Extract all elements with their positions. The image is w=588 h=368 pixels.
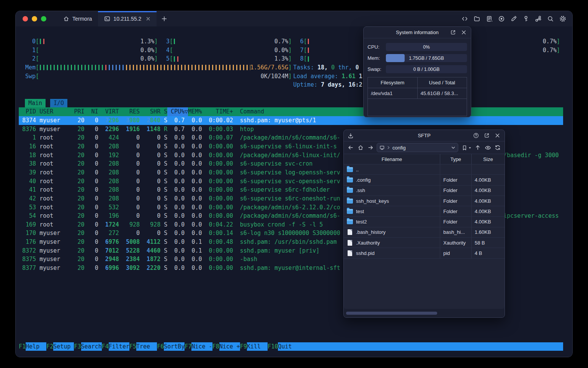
settings-icon[interactable] <box>559 15 566 22</box>
cpu-meter-2: 2[0.0%] <box>22 54 158 63</box>
app-window: Termora 10.211.55.2 0[1.3%]1[0.0% <box>15 11 573 357</box>
forward-icon[interactable] <box>367 144 374 151</box>
used-total-column-header[interactable]: Used / Total <box>418 77 467 88</box>
close-icon[interactable] <box>495 133 501 139</box>
uptime-line: Uptime: 7 days, 16:2 <box>293 80 363 89</box>
home-icon[interactable] <box>357 144 364 151</box>
record-icon[interactable] <box>498 15 505 22</box>
type-column-header[interactable]: Type <box>440 154 472 164</box>
file-icon <box>348 240 352 246</box>
show-hidden-files-icon[interactable] <box>484 144 492 151</box>
fkey-sortby[interactable]: F6SortBy <box>157 342 185 351</box>
fkey-filter[interactable]: F4Filter <box>102 342 129 351</box>
file-row[interactable]: sshd.pidpid4 B <box>344 248 505 258</box>
fkey-setup[interactable]: F2Setup <box>46 342 74 351</box>
chevron-down-icon[interactable] <box>451 145 456 150</box>
tab-session[interactable]: 10.211.55.2 <box>98 11 157 26</box>
bookmark-icon[interactable] <box>461 144 468 151</box>
refresh-icon[interactable] <box>494 144 501 151</box>
help-icon[interactable] <box>473 133 479 139</box>
folder-icon <box>347 199 353 204</box>
file-row[interactable]: ssh_host_keysFolder4.00KB <box>344 196 505 206</box>
keychain-icon[interactable] <box>535 15 542 22</box>
titlebar-actions <box>461 11 572 26</box>
caret-down-icon[interactable] <box>468 146 472 150</box>
search-icon[interactable] <box>547 15 554 22</box>
home-icon <box>63 16 69 22</box>
home-tab-label: Termora <box>72 16 92 22</box>
cpu-usage-row: CPU: 0% <box>368 41 467 53</box>
folder-icon <box>347 209 353 214</box>
folder-icon <box>347 167 353 172</box>
breadcrumb-separator-icon <box>387 146 390 150</box>
cpu-usage-value: 0% <box>386 43 467 51</box>
bookmark-control[interactable] <box>461 144 472 151</box>
memory-meter: Mem[1.56G/7.65G] <box>22 63 292 72</box>
file-row[interactable]: testFolder4.00KB <box>344 206 505 217</box>
fkey-search[interactable]: F3Search <box>74 342 101 351</box>
close-icon[interactable] <box>461 30 467 36</box>
cpu-meter-4: 4[0.0%] <box>156 46 292 55</box>
swap-usage-bar: 0 B / 1.00GB <box>386 65 467 73</box>
cpu-meter-1: 1[0.0%] <box>22 46 158 55</box>
sftp-table-header: Filename Type Size <box>344 154 505 164</box>
process-row[interactable]: 8374myuser200729639802840S0.7 0.00:00.02… <box>19 116 563 125</box>
file-row[interactable]: .sshFolder4.00KB <box>344 186 505 196</box>
htop-tab-io[interactable]: I/O <box>50 99 67 107</box>
open-in-window-icon[interactable] <box>450 30 456 36</box>
edit-icon[interactable] <box>510 15 517 22</box>
size-column-header[interactable]: Size <box>472 154 505 164</box>
sort-column-cpu[interactable]: CPU%▽ <box>167 107 188 116</box>
cpu-meter-3: 3[0.7%] <box>156 37 292 46</box>
tab-home[interactable]: Termora <box>57 11 98 26</box>
close-window-button[interactable] <box>23 16 28 21</box>
key-icon[interactable] <box>523 15 529 22</box>
back-icon[interactable] <box>347 144 354 151</box>
swap-usage-value: 0 B / 1.00GB <box>386 65 467 73</box>
process-table-header[interactable]: PIDUSERPRINIVIRTRESSHRSCPU%▽MEM%TIME+Com… <box>19 107 563 116</box>
file-row[interactable]: .XauthorityXauthority58 B <box>344 238 505 248</box>
path-breadcrumb[interactable]: config <box>377 143 458 152</box>
notes-icon[interactable] <box>486 15 493 22</box>
session-tab-label: 10.211.55.2 <box>113 16 141 22</box>
horizontal-scrollbar <box>344 309 505 317</box>
fkey-help[interactable]: F1Help <box>19 342 46 351</box>
code-icon[interactable] <box>461 15 468 22</box>
file-row[interactable]: test2Folder4.00KB <box>344 217 505 227</box>
folder-icon <box>347 177 353 182</box>
scrollbar-thumb[interactable] <box>346 312 437 315</box>
minimize-window-button[interactable] <box>32 16 37 21</box>
htop-tab-main[interactable]: Main <box>25 99 46 107</box>
command-fragment: /basedir -g 3000 <box>503 151 559 160</box>
fkey-nice-[interactable]: F8Nice + <box>212 342 240 351</box>
swap-usage-row: Swap: 0 B / 1.00GB <box>368 64 467 75</box>
new-tab-button[interactable] <box>157 11 172 26</box>
load-average-line: Load average: 1.61 1 <box>293 72 363 81</box>
swap-label: Swap: <box>368 66 386 72</box>
open-in-window-icon[interactable] <box>484 133 490 139</box>
file-icon <box>348 229 352 235</box>
fkey-nice-[interactable]: F7Nice - <box>185 342 212 351</box>
file-row[interactable]: .. <box>344 164 505 175</box>
fkey-quit[interactable]: F10Quit <box>268 342 299 351</box>
fkey-kill[interactable]: F9Kill <box>240 342 268 351</box>
file-row[interactable]: .configFolder4.00KB <box>344 175 505 185</box>
cpu-usage-bar: 0% <box>386 43 467 51</box>
window-controls <box>16 11 52 26</box>
file-row[interactable]: .bash_historybash_hi...1.60KB <box>344 227 505 238</box>
command-fragment: ipcserver-access <box>503 212 559 220</box>
tasks-line: Tasks: 18, 0 thr, 0 <box>293 63 359 72</box>
folder-icon <box>347 219 353 224</box>
mem-label: Mem: <box>368 55 386 61</box>
downloads-icon[interactable] <box>348 133 354 139</box>
fkey-tree[interactable]: F5Tree <box>129 342 157 351</box>
close-tab-icon[interactable] <box>146 16 150 21</box>
filesystem-column-header[interactable]: Filesystem <box>368 77 418 88</box>
zoom-window-button[interactable] <box>41 16 46 21</box>
parent-directory-icon[interactable] <box>474 144 482 151</box>
filesystem-row[interactable]: /dev/vda1 45.61GB / 58.3... <box>368 88 467 99</box>
sftp-titlebar: SFTP <box>344 130 505 141</box>
filename-column-header[interactable]: Filename <box>344 154 440 164</box>
folder-icon[interactable] <box>474 15 480 22</box>
notification-dot <box>491 20 493 22</box>
